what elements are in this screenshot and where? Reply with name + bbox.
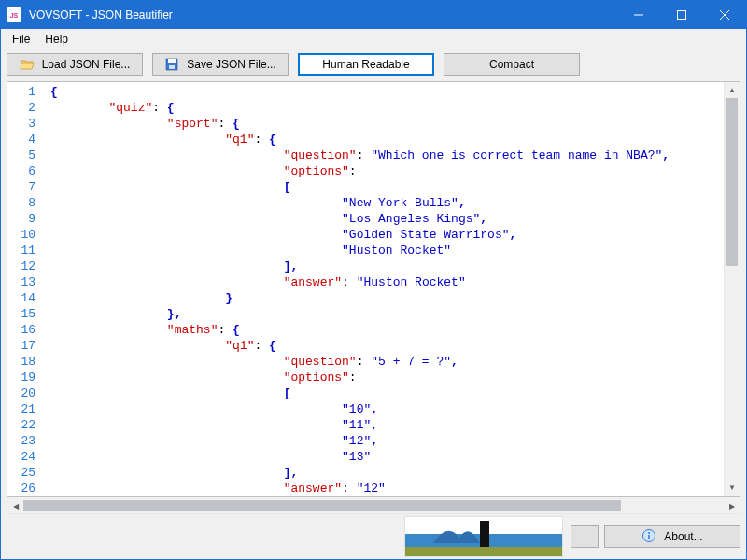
menu-file[interactable]: File [5,31,37,48]
code-line: "11", [50,417,724,433]
close-button[interactable] [703,1,746,29]
code-line: "10", [50,401,724,417]
code-line: [ [50,385,724,401]
code-line: "sport": { [50,116,724,132]
vertical-scrollbar[interactable]: ▲ ▼ [724,82,740,496]
svg-rect-1 [678,11,686,20]
compact-label: Compact [489,58,534,71]
editor[interactable]: 1234567891011121314151617181920212223242… [7,81,740,497]
hscroll-track[interactable] [23,498,724,513]
code-line: "quiz": { [50,100,724,116]
code-line: "question": "Which one is correct team n… [50,147,724,163]
code-line: "answer": "12" [50,481,724,496]
svg-rect-10 [480,521,489,547]
scroll-left-arrow-icon[interactable]: ◀ [7,498,23,513]
line-number: 18 [7,354,45,370]
code-line: [ [50,179,724,195]
logo-image [404,516,563,557]
horizontal-scrollbar[interactable]: ◀ ▶ [7,498,740,514]
scroll-right-arrow-icon[interactable]: ▶ [724,498,740,513]
code-line: ], [50,259,724,274]
code-line: "maths": { [50,322,724,338]
code-line: "Golden State Warriros", [50,227,724,243]
line-number: 11 [7,243,45,259]
code-line: "options": [50,163,724,179]
vscroll-thumb[interactable] [726,98,738,266]
code-line: "options": [50,370,724,385]
window-title: VOVSOFT - JSON Beautifier [29,8,173,21]
maximize-button[interactable] [660,1,703,29]
line-number: 12 [7,259,45,274]
line-number: 5 [7,147,45,163]
about-button[interactable]: About... [604,525,740,548]
line-number: 7 [7,179,45,195]
svg-rect-6 [169,65,175,69]
code-line: { [50,84,724,100]
hscroll-thumb[interactable] [23,500,621,511]
toolbar: Load JSON File... Save JSON File... Huma… [1,49,746,79]
line-number: 24 [7,449,45,465]
info-icon [641,528,656,546]
load-json-label: Load JSON File... [42,58,131,71]
scroll-up-arrow-icon[interactable]: ▲ [725,82,740,98]
save-json-label: Save JSON File... [187,58,275,71]
app-icon: JS [7,7,21,22]
line-number-gutter: 1234567891011121314151617181920212223242… [7,82,45,496]
line-number: 26 [7,481,45,497]
save-icon [164,57,179,72]
save-json-button[interactable]: Save JSON File... [152,53,289,76]
line-number: 1 [7,84,45,100]
line-number: 10 [7,227,45,243]
code-line: "q1": { [50,132,724,147]
folder-open-icon [20,57,35,72]
code-line: ], [50,465,724,481]
code-line: } [50,290,724,306]
bottombar: About... [1,514,746,559]
maximize-icon [677,10,686,20]
code-line: "answer": "Huston Rocket" [50,274,724,290]
load-json-button[interactable]: Load JSON File... [7,53,143,76]
code-line: "q1": { [50,338,724,354]
line-number: 22 [7,417,45,433]
menu-help[interactable]: Help [37,31,76,48]
svg-rect-9 [405,547,563,557]
code-line: "New York Bulls", [50,195,724,211]
line-number: 13 [7,274,45,290]
titlebar: JS VOVSOFT - JSON Beautifier [1,1,746,29]
code-line: "Huston Rocket" [50,243,724,259]
human-readable-label: Human Readable [322,58,409,71]
code-line: "12", [50,433,724,449]
minimize-button[interactable] [617,1,660,29]
line-number: 16 [7,322,45,338]
compact-button[interactable]: Compact [444,53,580,76]
line-number: 14 [7,290,45,306]
line-number: 3 [7,116,45,132]
close-icon [720,10,729,20]
svg-point-12 [648,532,650,534]
svg-rect-5 [168,59,176,63]
scroll-down-arrow-icon[interactable]: ▼ [725,480,740,496]
line-number: 4 [7,132,45,147]
menubar: File Help [1,29,746,49]
vscroll-track[interactable] [725,98,740,480]
code-line: "question": "5 + 7 = ?", [50,354,724,370]
about-label: About... [664,530,702,543]
line-number: 20 [7,385,45,401]
line-number: 8 [7,195,45,211]
human-readable-button[interactable]: Human Readable [298,53,434,76]
line-number: 9 [7,211,45,227]
code-line: "13" [50,449,724,465]
hidden-button-edge[interactable] [571,525,599,548]
line-number: 17 [7,338,45,354]
line-number: 6 [7,163,45,179]
line-number: 19 [7,370,45,385]
minimize-icon [634,10,643,20]
code-line: }, [50,306,724,322]
line-number: 23 [7,433,45,449]
code-area[interactable]: { "quiz": { "sport": { "q1": { "question… [45,82,724,496]
line-number: 2 [7,100,45,116]
svg-rect-13 [649,535,651,539]
line-number: 25 [7,465,45,481]
code-line: "Los Angeles Kings", [50,211,724,227]
line-number: 15 [7,306,45,322]
